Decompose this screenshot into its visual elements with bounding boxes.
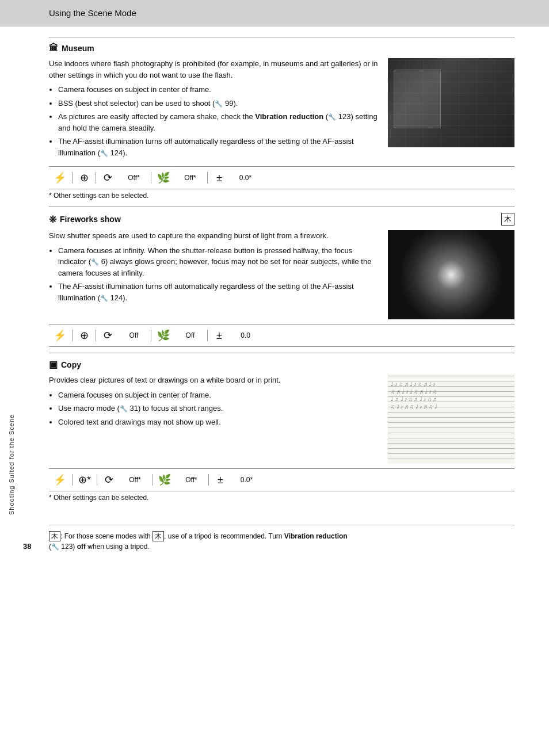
- fireworks-intro: Slow shutter speeds are used to capture …: [49, 230, 379, 242]
- fireworks-text: Slow shutter speeds are used to capture …: [49, 230, 379, 319]
- copy-bullet-3: Colored text and drawings may not show u…: [58, 417, 379, 428]
- fireworks-body: Slow shutter speeds are used to capture …: [49, 230, 514, 319]
- museum-macro-icon: 🌿: [152, 170, 174, 185]
- museum-timer-icon: ⟳: [97, 170, 118, 185]
- fireworks-icon: ❊: [49, 214, 56, 225]
- copy-intro: Provides clear pictures of text or drawi…: [49, 375, 379, 386]
- fireworks-ev-val: 0.0: [230, 330, 261, 341]
- sep4: [207, 172, 208, 184]
- copy-body: Provides clear pictures of text or drawi…: [49, 375, 514, 464]
- museum-intro: Use indoors where flash photography is p…: [49, 58, 379, 81]
- tripod-symbol: 木: [49, 531, 60, 541]
- museum-ev-icon: ±: [209, 171, 230, 185]
- copy-macro-icon: 🌿: [154, 472, 176, 487]
- fw-sep1: [72, 330, 73, 341]
- copy-footnote: * Other settings can be selected.: [49, 494, 514, 502]
- copy-flash-icon: ⚡: [49, 472, 71, 487]
- museum-footnote: * Other settings can be selected.: [49, 192, 514, 200]
- copy-ev-icon: ±: [210, 473, 231, 487]
- copy-bullet-1: Camera focuses on subject in center of f…: [58, 390, 379, 401]
- tripod-required-icon: 木: [501, 213, 514, 226]
- fireworks-title-row: ❊ Fireworks show 木: [49, 213, 514, 226]
- copy-image: [388, 375, 514, 464]
- fireworks-bullet-1: Camera focuses at infinity. When the shu…: [58, 245, 379, 279]
- museum-header: 🏛 Museum: [49, 37, 514, 54]
- museum-bullet-2: BSS (best shot selector) can be used to …: [58, 98, 379, 109]
- museum-icon: 🏛: [49, 43, 58, 54]
- copy-macro-val: Off*: [176, 475, 207, 485]
- museum-body: Use indoors where flash photography is p…: [49, 58, 514, 162]
- museum-bullets: Camera focuses on subject in center of f…: [58, 84, 379, 158]
- sep3: [151, 172, 151, 184]
- fw-sep4: [207, 330, 208, 341]
- page-title: Using the Scene Mode: [49, 8, 136, 18]
- museum-ev-val: 0.0*: [230, 173, 261, 183]
- fireworks-flash-icon: ⚡: [49, 328, 71, 343]
- fireworks-header: ❊ Fireworks show 木: [49, 207, 514, 226]
- copy-timer-val: Off*: [119, 475, 151, 485]
- cp-sep1: [72, 474, 73, 486]
- museum-bullet-4: The AF-assist illumination turns off aut…: [58, 136, 379, 158]
- cp-sep3: [152, 474, 152, 486]
- fireworks-title: Fireworks show: [60, 215, 121, 224]
- museum-section: 🏛 Museum Use indoors where flash photogr…: [49, 37, 514, 200]
- fireworks-bullets: Camera focuses at infinity. When the shu…: [58, 245, 379, 304]
- museum-image: [388, 58, 514, 147]
- copy-ev-val: 0.0*: [231, 475, 262, 485]
- copy-section: ▣ Copy Provides clear pictures of text o…: [49, 353, 514, 502]
- main-content: 🏛 Museum Use indoors where flash photogr…: [0, 26, 549, 562]
- museum-bullet-3: As pictures are easily affected by camer…: [58, 111, 379, 133]
- copy-header: ▣ Copy: [49, 353, 514, 370]
- museum-timer-val: Off*: [118, 173, 150, 183]
- fw-sep3: [151, 330, 151, 341]
- copy-timer-icon: ⟳: [98, 472, 119, 487]
- off-bold: off: [77, 543, 86, 551]
- cp-sep4: [208, 474, 209, 486]
- copy-bullet-2: Use macro mode (🔧 31) to focus at short …: [58, 403, 379, 414]
- copy-title: Copy: [61, 360, 81, 369]
- museum-flash-icon: ⚡: [49, 170, 71, 185]
- museum-bullet-1: Camera focuses on subject in center of f…: [58, 84, 379, 96]
- page-header: Using the Scene Mode: [0, 0, 549, 26]
- museum-settings-row: ⚡ ⊕ ⟳ Off* 🌿 Off* ± 0.0*: [49, 166, 514, 189]
- museum-macro-val: Off*: [174, 173, 206, 183]
- fireworks-ev-icon: ±: [209, 329, 230, 343]
- bottom-note: 木: For those scene modes with 木, use of …: [49, 525, 514, 552]
- fireworks-bullet-2: The AF-assist illumination turns off aut…: [58, 281, 379, 303]
- fireworks-image: [388, 230, 514, 319]
- page-number: 38: [23, 542, 31, 551]
- bottom-note-text: : For those scene modes with 木, use of a…: [49, 532, 348, 551]
- sep1: [72, 172, 73, 184]
- fireworks-timer-val: Off: [118, 330, 150, 341]
- copy-settings-row: ⚡ ⊕* ⟳ Off* 🌿 Off* ± 0.0*: [49, 468, 514, 491]
- museum-title: Museum: [62, 44, 94, 53]
- copy-icon: ▣: [49, 359, 58, 370]
- sep2: [96, 172, 96, 184]
- copy-icon2: ⊕*: [74, 472, 96, 487]
- vr-bold: Vibration reduction: [284, 532, 348, 540]
- copy-text: Provides clear pictures of text or drawi…: [49, 375, 379, 464]
- museum-text: Use indoors where flash photography is p…: [49, 58, 379, 162]
- copy-bullets: Camera focuses on subject in center of f…: [58, 390, 379, 428]
- fireworks-icon2: ⊕: [74, 328, 94, 343]
- museum-icon2: ⊕: [74, 170, 94, 185]
- fireworks-macro-icon: 🌿: [152, 328, 174, 343]
- fireworks-section: ❊ Fireworks show 木 Slow shutter speeds a…: [49, 207, 514, 347]
- fireworks-macro-val: Off: [174, 330, 206, 341]
- cp-sep2: [97, 474, 97, 486]
- fireworks-timer-icon: ⟳: [97, 328, 118, 343]
- fw-sep2: [96, 330, 96, 341]
- fireworks-settings-row: ⚡ ⊕ ⟳ Off 🌿 Off ± 0.0: [49, 324, 514, 347]
